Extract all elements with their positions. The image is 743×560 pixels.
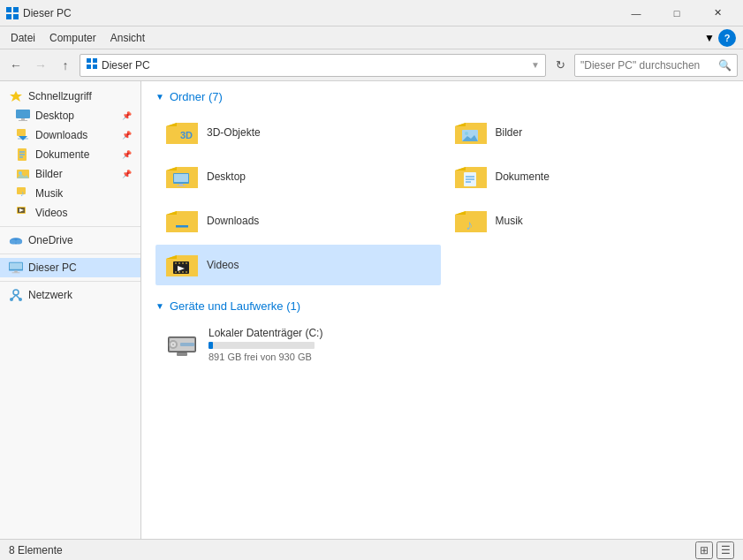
window-icon [5,6,19,20]
maximize-button[interactable]: □ [656,0,697,26]
folder-videos-icon [164,250,200,280]
drive-c-icon [164,329,200,359]
folder-3dobjekte-icon: 3D [164,117,200,148]
title-bar: Dieser PC — □ ✕ [0,0,743,26]
folder-musik-icon: ♪ [453,206,489,236]
svg-rect-7 [93,64,97,69]
folder-musik-label: Musik [496,215,523,227]
sidebar-videos-label: Videos [35,207,67,219]
search-input[interactable] [580,59,715,72]
svg-point-34 [13,290,19,295]
sidebar-item-onedrive[interactable]: OneDrive [0,231,140,250]
sidebar-thispc-label: Dieser PC [28,261,77,274]
sidebar-item-netzwerk[interactable]: Netzwerk [0,285,140,305]
help-button[interactable]: ? [718,29,736,47]
menu-datei[interactable]: Datei [4,29,42,47]
folder-desktop[interactable]: Desktop [155,156,441,197]
folder-musik[interactable]: ♪ Musik [444,201,730,241]
svg-rect-0 [6,7,11,12]
folders-section-header: ▼ Ordner (7) [155,90,729,103]
forward-button[interactable]: → [30,55,51,76]
folder-dokumente-icon [453,162,489,192]
svg-rect-52 [176,225,188,228]
drives-toggle[interactable]: ▼ [155,301,164,311]
folder-3dobjekte-label: 3D-Objekte [207,126,261,139]
svg-rect-67 [177,352,187,356]
drive-c-info: Lokaler Datenträger (C:) 891 GB frei von… [208,327,322,362]
drive-c[interactable]: Lokaler Datenträger (C:) 891 GB frei von… [155,322,729,367]
folder-downloads-icon [164,206,200,236]
thispc-icon [9,261,23,275]
sidebar-pin-bilder: 📌 [122,170,132,178]
sidebar-pin-downloads: 📌 [122,131,132,140]
folders-grid: 3D 3D-Objekte Bilder [155,112,729,285]
drives-section-title: Geräte und Laufwerke (1) [170,299,300,313]
svg-rect-31 [10,263,22,269]
svg-rect-71 [180,343,194,346]
close-button[interactable]: ✕ [697,0,738,26]
svg-rect-14 [18,138,28,140]
drive-c-space: 891 GB frei von 930 GB [208,352,322,362]
svg-point-28 [10,239,16,244]
svg-rect-6 [87,64,91,69]
sidebar-musik-label: Musik [35,187,63,200]
svg-text:3D: 3D [180,130,193,140]
sidebar-item-dokumente[interactable]: Dokumente 📌 [0,145,140,164]
title-bar-controls: — □ ✕ [616,0,738,26]
sidebar-item-downloads[interactable]: Downloads 📌 [0,125,140,145]
address-bar[interactable]: Dieser PC ▼ [80,54,546,77]
search-bar[interactable]: 🔍 [574,54,738,77]
refresh-button[interactable]: ↻ [550,55,571,76]
svg-rect-1 [13,7,19,12]
sidebar-dokumente-label: Dokumente [35,148,89,161]
svg-rect-9 [16,110,30,118]
svg-rect-4 [87,58,91,63]
svg-rect-10 [21,118,25,120]
chevron-icon: ▼ [704,32,715,44]
folder-desktop-label: Desktop [207,170,246,183]
back-button[interactable]: ← [5,55,27,76]
main-layout: Schnellzugriff Desktop 📌 Downloads 📌 Dok… [0,81,743,539]
sidebar-divider-2 [0,254,140,254]
svg-rect-2 [6,14,11,19]
sidebar-onedrive-label: OneDrive [28,234,73,246]
folder-bilder[interactable]: Bilder [444,112,730,153]
sidebar-item-bilder[interactable]: Bilder 📌 [0,164,140,184]
sidebar-item-musik[interactable]: ♪ Musik [0,184,140,203]
svg-text:♪: ♪ [20,189,25,198]
menu-bar: Datei Computer Ansicht ▼ ? [0,26,743,49]
folder-3dobjekte[interactable]: 3D 3D-Objekte [155,112,441,153]
folder-videos[interactable]: Videos [155,245,441,285]
svg-rect-3 [13,14,19,19]
folder-dokumente-label: Dokumente [496,170,550,183]
sidebar-item-thispc[interactable]: Dieser PC [0,258,140,277]
svg-rect-5 [93,58,97,63]
menu-computer[interactable]: Computer [42,29,103,47]
svg-rect-12 [17,129,26,136]
netzwerk-icon [9,288,23,302]
folder-dokumente[interactable]: Dokumente [444,156,730,197]
svg-rect-32 [14,271,18,273]
videos-sidebar-icon [16,206,30,220]
musik-sidebar-icon: ♪ [16,186,30,201]
sidebar-netzwerk-label: Netzwerk [28,289,72,301]
sidebar: Schnellzugriff Desktop 📌 Downloads 📌 Dok… [0,81,141,539]
toolbar: ← → ↑ Dieser PC ▼ ↻ 🔍 [0,49,743,81]
pc-icon [86,57,98,72]
sidebar-item-videos[interactable]: Videos [0,203,140,223]
minimize-button[interactable]: — [616,0,656,26]
view-list-button[interactable]: ☰ [716,541,734,559]
downloads-sidebar-icon [16,128,30,142]
sidebar-quickaccess-label: Schnellzugriff [28,90,92,102]
folder-downloads[interactable]: Downloads [155,201,441,241]
folders-toggle[interactable]: ▼ [155,92,164,102]
address-dropdown-icon[interactable]: ▼ [531,60,540,70]
view-grid-button[interactable]: ⊞ [695,541,713,559]
sidebar-section-quickaccess: Schnellzugriff [0,87,140,106]
svg-point-41 [465,132,468,135]
up-button[interactable]: ↑ [55,55,76,76]
search-icon: 🔍 [718,59,732,72]
menu-ansicht[interactable]: Ansicht [103,29,152,47]
sidebar-item-desktop[interactable]: Desktop 📌 [0,106,140,125]
desktop-sidebar-icon [16,109,30,123]
